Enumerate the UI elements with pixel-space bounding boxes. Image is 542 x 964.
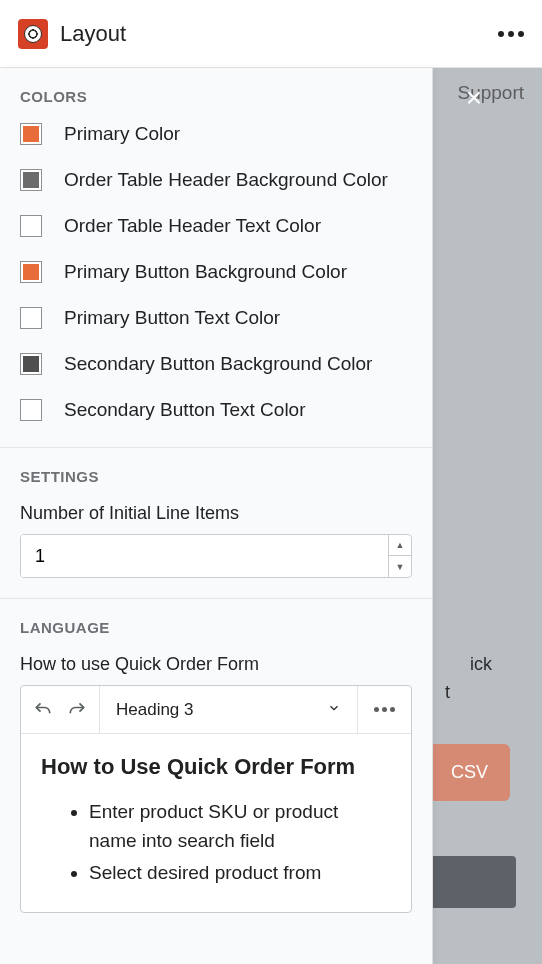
section-heading-language: LANGUAGE xyxy=(20,619,412,636)
color-row[interactable]: Secondary Button Background Color xyxy=(20,353,412,375)
redo-icon xyxy=(67,700,87,720)
color-label: Order Table Header Text Color xyxy=(64,215,321,237)
close-icon[interactable]: × xyxy=(466,82,482,114)
backdrop-text: t xyxy=(445,682,450,703)
undo-button[interactable] xyxy=(33,700,53,720)
color-swatch xyxy=(20,123,42,145)
color-row[interactable]: Order Table Header Background Color xyxy=(20,169,412,191)
editor-content[interactable]: How to Use Quick Order Form Enter produc… xyxy=(21,734,411,912)
line-items-label: Number of Initial Line Items xyxy=(20,503,412,524)
color-row[interactable]: Secondary Button Text Color xyxy=(20,399,412,421)
spinner-up-button[interactable]: ▲ xyxy=(389,535,411,556)
language-section: LANGUAGE How to use Quick Order Form Hea… xyxy=(0,599,432,933)
csv-button[interactable]: CSV xyxy=(429,744,510,801)
color-swatch xyxy=(20,307,42,329)
color-swatch xyxy=(20,261,42,283)
colors-section: COLORS Primary ColorOrder Table Header B… xyxy=(0,68,432,448)
format-select-label: Heading 3 xyxy=(116,700,194,720)
howto-label: How to use Quick Order Form xyxy=(20,654,412,675)
page-title: Layout xyxy=(60,21,126,47)
rich-text-editor: Heading 3 How to Use Quick Order Form En… xyxy=(20,685,412,913)
color-row[interactable]: Order Table Header Text Color xyxy=(20,215,412,237)
list-item: Enter product SKU or product name into s… xyxy=(89,798,391,855)
color-label: Order Table Header Background Color xyxy=(64,169,388,191)
topbar-left: Layout xyxy=(18,19,126,49)
color-label: Secondary Button Background Color xyxy=(64,353,372,375)
color-row[interactable]: Primary Button Text Color xyxy=(20,307,412,329)
color-swatch xyxy=(20,169,42,191)
top-bar: Layout xyxy=(0,0,542,68)
settings-sidebar: COLORS Primary ColorOrder Table Header B… xyxy=(0,68,433,964)
editor-toolbar: Heading 3 xyxy=(21,686,411,734)
color-row[interactable]: Primary Button Background Color xyxy=(20,261,412,283)
chevron-down-icon xyxy=(327,700,341,720)
redo-button[interactable] xyxy=(67,700,87,720)
backdrop-text: ick xyxy=(470,654,492,675)
format-select[interactable]: Heading 3 xyxy=(100,686,358,733)
spinner-down-button[interactable]: ▼ xyxy=(389,556,411,577)
line-items-input-wrapper: ▲ ▼ xyxy=(20,534,412,578)
settings-section: SETTINGS Number of Initial Line Items ▲ … xyxy=(0,448,432,599)
line-items-input[interactable] xyxy=(21,535,388,577)
app-icon xyxy=(18,19,48,49)
color-label: Primary Button Background Color xyxy=(64,261,347,283)
color-swatch xyxy=(20,399,42,421)
list-item: Select desired product from xyxy=(89,859,391,888)
content-list: Enter product SKU or product name into s… xyxy=(41,798,391,888)
content-heading: How to Use Quick Order Form xyxy=(41,754,391,780)
number-spinner: ▲ ▼ xyxy=(388,535,411,577)
more-options-button[interactable] xyxy=(498,31,524,37)
color-row[interactable]: Primary Color xyxy=(20,123,412,145)
color-swatch xyxy=(20,353,42,375)
color-label: Primary Color xyxy=(64,123,180,145)
color-swatch xyxy=(20,215,42,237)
section-heading-settings: SETTINGS xyxy=(20,468,412,485)
color-label: Secondary Button Text Color xyxy=(64,399,306,421)
undo-icon xyxy=(33,700,53,720)
editor-more-button[interactable] xyxy=(358,707,411,712)
color-label: Primary Button Text Color xyxy=(64,307,280,329)
section-heading-colors: COLORS xyxy=(20,88,412,105)
